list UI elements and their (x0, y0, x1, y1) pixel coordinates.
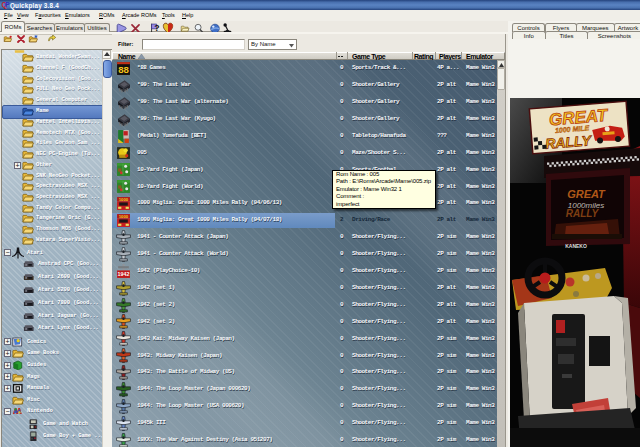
svg-text:KANEKO: KANEKO (565, 243, 587, 249)
svg-text:1000: 1000 (119, 214, 129, 219)
svg-text:88: 88 (118, 64, 129, 75)
svg-text:RALLY: RALLY (566, 208, 600, 219)
svg-text:1000: 1000 (119, 197, 129, 202)
svg-text:GREAT: GREAT (567, 188, 606, 200)
svg-text:1942: 1942 (118, 271, 130, 277)
